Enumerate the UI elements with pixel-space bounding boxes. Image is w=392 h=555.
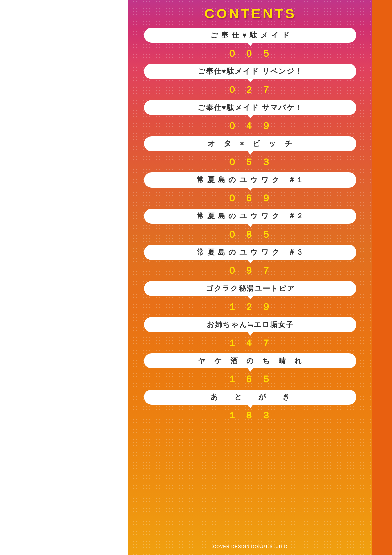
entry-title: 常 夏 島 の ユ ウ ワ ク ＃１ [144, 172, 356, 188]
right-decorative-panel [372, 0, 392, 555]
list-item: ゴクラク秘湯ユートピア１ ２ ９ [135, 281, 366, 316]
list-item: ご奉仕♥駄メイド リベンジ！０ ２ ７ [135, 64, 366, 99]
entry-number: ０ ８ ５ [227, 228, 274, 241]
entry-title: オ タ × ビ ッ チ [144, 136, 356, 151]
entry-title: お姉ちゃん≒エロ垢女子 [144, 317, 356, 332]
list-item: ご奉仕♥駄メイド サマバケ！０ ４ ９ [135, 100, 366, 136]
entry-number: ０ ４ ９ [227, 120, 274, 132]
list-item: あ と が き１ ８ ３ [135, 390, 366, 425]
entry-number: １ ２ ９ [227, 301, 274, 313]
entry-number: ０ ２ ７ [227, 84, 274, 96]
entry-title: ヤ ケ 酒 の ち 晴 れ [144, 353, 356, 368]
list-item: ヤ ケ 酒 の ち 晴 れ１ ６ ５ [135, 353, 366, 389]
entry-title: 常 夏 島 の ユ ウ ワ ク ＃２ [144, 209, 356, 224]
entries-list: ご 奉 仕 ♥ 駄 メ イ ド０ ０ ５ご奉仕♥駄メイド リベンジ！０ ２ ７ご… [135, 28, 366, 544]
entry-number: ０ ９ ７ [227, 265, 274, 277]
entry-title: あ と が き [144, 390, 356, 405]
entry-number: ０ ０ ５ [227, 47, 274, 60]
list-item: 常 夏 島 の ユ ウ ワ ク ＃３０ ９ ７ [135, 245, 366, 280]
contents-panel: CONTENTS ご 奉 仕 ♥ 駄 メ イ ド０ ０ ５ご奉仕♥駄メイド リベ… [128, 0, 372, 555]
cover-design-credit: COVER DESIGN:DONUT STUDIO [213, 544, 288, 552]
left-white-panel [0, 0, 128, 555]
entry-number: １ ４ ７ [227, 337, 274, 349]
entry-title: 常 夏 島 の ユ ウ ワ ク ＃３ [144, 245, 356, 260]
list-item: 常 夏 島 の ユ ウ ワ ク ＃１０ ６ ９ [135, 172, 366, 208]
entry-number: １ ８ ３ [227, 409, 274, 422]
entry-title: ご奉仕♥駄メイド リベンジ！ [144, 64, 356, 79]
entry-number: ０ ５ ３ [227, 156, 274, 168]
list-item: 常 夏 島 の ユ ウ ワ ク ＃２０ ８ ５ [135, 209, 366, 244]
list-item: お姉ちゃん≒エロ垢女子１ ４ ７ [135, 317, 366, 353]
entry-title: ゴクラク秘湯ユートピア [144, 281, 356, 296]
page-title: CONTENTS [204, 6, 296, 22]
entry-number: ０ ６ ９ [227, 192, 274, 205]
entry-title: ご奉仕♥駄メイド サマバケ！ [144, 100, 356, 115]
list-item: ご 奉 仕 ♥ 駄 メ イ ド０ ０ ５ [135, 28, 366, 63]
entry-title: ご 奉 仕 ♥ 駄 メ イ ド [144, 28, 356, 43]
list-item: オ タ × ビ ッ チ０ ５ ３ [135, 136, 366, 172]
entry-number: １ ６ ５ [227, 373, 274, 386]
